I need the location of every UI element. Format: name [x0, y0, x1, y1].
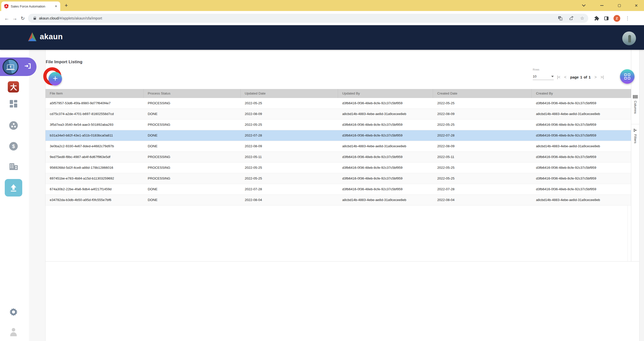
first-page-button[interactable]: |< [557, 75, 560, 80]
table-card-bottom-border [45, 261, 639, 262]
akaun-triangle-logo-icon [27, 32, 38, 42]
cell-file-item: 674a30b2-22be-4fa6-9db4-a4f217f1459d [46, 184, 144, 194]
chevron-down-icon [582, 3, 586, 6]
cell-created-date: 2022-05-25 [433, 120, 532, 130]
browser-tab[interactable]: A Sales Force Automation ✕ [1, 2, 60, 11]
table-row[interactable]: 9569268d-5d2f-4ce8-a88d-178b12866016 PRO… [46, 162, 631, 173]
bookmark-star-icon[interactable]: ☆ [580, 16, 584, 21]
table-row[interactable]: b31a34e0-b82f-43e1-a51b-0183bca0a811 DON… [46, 130, 631, 141]
cell-file-item: 9ed75ed8-f8bc-4987-ab4f-6d67f963e5df [46, 152, 144, 162]
lock-icon[interactable] [34, 18, 36, 20]
translate-icon[interactable]: 文A [558, 16, 562, 20]
forward-button[interactable]: → [11, 14, 18, 22]
cell-created-by: d3fb6416-0f36-48eb-8cfe-92c37c5bf959 [532, 173, 631, 184]
cell-created-by: d3fb6416-0f36-48eb-8cfe-92c37c5bf959 [532, 120, 631, 130]
cell-created-date: 2022-05-11 [433, 152, 532, 162]
extensions-puzzle-icon[interactable] [594, 16, 599, 21]
dollar-icon: $ [12, 144, 15, 149]
cell-created-date: 2022-08-09 [433, 141, 532, 152]
cell-created-date: 2022-05-25 [433, 98, 532, 108]
window-close-button[interactable]: ✕ [631, 0, 642, 11]
browser-menu-icon[interactable]: ⋮ [625, 16, 630, 21]
grid-icon [624, 74, 630, 80]
table-row[interactable]: 697451be-e783-4b84-a15d-b11303259692 PRO… [46, 173, 631, 184]
brand-logo[interactable]: akaun [27, 32, 63, 42]
reload-button[interactable]: ↻ [19, 14, 26, 22]
column-header: Created Date [433, 89, 532, 98]
cell-updated-date: 2022-05-25 [240, 162, 338, 173]
cell-updated-date: 2022-08-09 [240, 141, 338, 152]
table-row[interactable]: e34782da-b3db-4b50-a95d-f0fc555e7bf6 DON… [46, 195, 631, 206]
upload-icon [9, 184, 18, 192]
cell-created-date: 2022-08-09 [433, 109, 532, 119]
tab-close-icon[interactable]: ✕ [55, 4, 57, 8]
next-page-button[interactable]: > [594, 75, 597, 80]
table-body: a5f57957-53d6-45fa-8980-9d77f640f4e7 PRO… [46, 98, 631, 206]
cell-created-by: d3fb6416-0f36-48eb-8cfe-92c37c5bf959 [532, 152, 631, 162]
app-header [0, 25, 644, 50]
tab-search-chevron-button[interactable] [578, 0, 589, 11]
add-import-button[interactable]: + [48, 72, 62, 86]
page-indicator: page 1 of 1 [570, 75, 591, 79]
cell-created-by: a8cbd14b-4883-4ebe-ae8d-31a9cecee8eb [532, 195, 631, 205]
browser-titlebar: A Sales Force Automation ✕ + ✕ [0, 0, 644, 11]
side-panel-icon[interactable] [604, 16, 608, 20]
sidebar-item-profile[interactable] [10, 328, 17, 337]
cell-process-status: PROCESSING [144, 98, 240, 108]
filter-funnel-icon [634, 128, 637, 132]
prev-page-button[interactable]: < [564, 75, 566, 80]
tab-filters[interactable]: Filters [631, 124, 639, 154]
sidebar-item-import[interactable] [5, 179, 22, 196]
translate-letter: A [560, 18, 562, 20]
sidebar-item-dashboard[interactable] [10, 100, 17, 108]
sidebar-item-organization[interactable] [10, 162, 18, 170]
cell-process-status: DONE [144, 184, 240, 194]
cell-updated-by: d3fb6416-0f36-48eb-8cfe-92c37c5bf959 [338, 152, 433, 162]
window-minimize-button[interactable] [596, 0, 607, 11]
column-header: Process Status [144, 89, 240, 98]
window-restore-button[interactable] [614, 0, 625, 11]
dashboard-icon [10, 100, 17, 108]
table-row[interactable]: a5f57957-53d6-45fa-8980-9d77f640f4e7 PRO… [46, 98, 631, 109]
table-row[interactable]: 3e0ba2c2-9330-4e67-8ded-e4682c79d97b DON… [46, 141, 631, 152]
address-bar[interactable]: akaun.cloud/#/applets/akaun/sfa/import 文… [28, 14, 588, 23]
table-row[interactable]: 674a30b2-22be-4fa6-9db4-a4f217f1459d DON… [46, 184, 631, 195]
tab-columns[interactable]: Columns [631, 90, 639, 124]
sidebar-item-finance[interactable]: $ [9, 142, 18, 150]
cell-created-by: a8cbd14b-4883-4ebe-ae8d-31a9cecee8eb [532, 109, 631, 119]
cell-created-by: d3fb6416-0f36-48eb-8cfe-92c37c5bf959 [532, 184, 631, 194]
profile-avatar[interactable]: Z [614, 15, 620, 22]
cell-process-status: DONE [144, 130, 240, 141]
cell-created-date: 2022-07-28 [433, 184, 532, 194]
sfa-applet-icon[interactable] [2, 59, 18, 75]
table-header-row: File Item Process Status Updated Date Up… [46, 89, 631, 98]
sidebar-item-groups[interactable] [9, 121, 18, 130]
cell-file-item: a5f57957-53d6-45fa-8980-9d77f640f4e7 [46, 98, 144, 108]
grid-view-button[interactable] [620, 69, 634, 84]
cell-file-item: 3e0ba2c2-9330-4e67-8ded-e4682c79d97b [46, 141, 144, 152]
cell-file-item: 9569268d-5d2f-4ce8-a88d-178b12866016 [46, 162, 144, 173]
page-title: File Import Listing [46, 60, 82, 64]
browser-toolbar: ← → ↻ akaun.cloud/#/applets/akaun/sfa/im… [0, 11, 644, 25]
column-header: Updated By [338, 89, 433, 98]
cell-updated-date: 2022-07-28 [240, 130, 338, 141]
rows-per-page-select[interactable]: 10 [533, 73, 554, 80]
sidebar-item-settings[interactable] [9, 308, 18, 316]
share-icon[interactable] [569, 16, 574, 20]
new-tab-button[interactable]: + [62, 2, 70, 9]
tab-columns-label: Columns [634, 101, 637, 114]
building-icon [10, 162, 18, 170]
cell-updated-by: d3fb6416-0f36-48eb-8cfe-92c37c5bf959 [338, 162, 433, 173]
sidebar-item-cjk-applet[interactable] [8, 81, 19, 92]
table-row[interactable]: cd75c374-a2de-4701-b697-81602558d7cd DON… [46, 109, 631, 120]
rows-per-page-value: 10 [533, 74, 536, 78]
page-url: akaun.cloud/#/applets/akaun/sfa/import [39, 16, 102, 20]
user-avatar-photo[interactable] [622, 32, 636, 45]
last-page-button[interactable]: >| [600, 75, 604, 80]
page-scrollbar[interactable] [639, 50, 644, 341]
current-page: 1 [580, 75, 582, 79]
table-row[interactable]: 3f5d7ea3-3540-4e54-aae3-501892aba293 PRO… [46, 120, 631, 130]
table-row[interactable]: 9ed75ed8-f8bc-4987-ab4f-6d67f963e5df PRO… [46, 152, 631, 162]
back-button[interactable]: ← [3, 14, 10, 22]
cell-updated-date: 2022-05-11 [240, 152, 338, 162]
